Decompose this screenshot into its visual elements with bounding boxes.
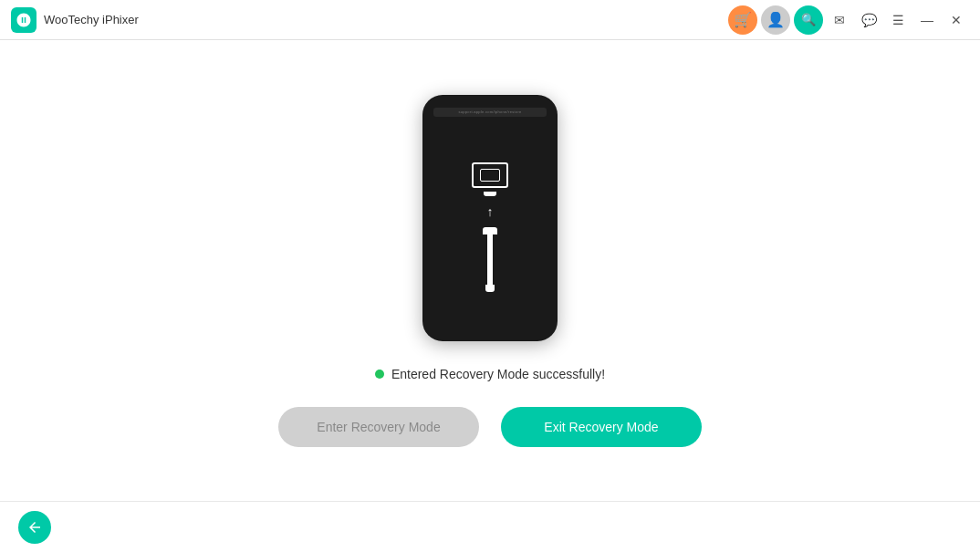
close-button[interactable]: ✕ (944, 7, 969, 33)
mail-icon[interactable]: ✉ (827, 7, 852, 33)
title-bar: WooTechy iPhixer 🛒 👤 🔍 ✉ 💬 ☰ — ✕ (0, 0, 980, 40)
phone-body-content: ↑ (472, 162, 508, 292)
title-bar-left: WooTechy iPhixer (11, 7, 139, 33)
exit-recovery-button[interactable]: Exit Recovery Mode (501, 407, 702, 447)
upgrade-icon[interactable]: 🔍 (794, 5, 823, 35)
user-icon[interactable]: 👤 (761, 5, 790, 35)
footer (0, 501, 980, 552)
arrow-up-icon: ↑ (487, 205, 494, 218)
logo-icon (16, 12, 32, 28)
back-arrow-icon (26, 519, 43, 536)
title-bar-right: 🛒 👤 🔍 ✉ 💬 ☰ — ✕ (728, 5, 969, 35)
app-title: WooTechy iPhixer (44, 13, 139, 26)
minimize-button[interactable]: — (914, 7, 940, 33)
chat-icon[interactable]: 💬 (856, 7, 881, 33)
cart-icon[interactable]: 🛒 (728, 5, 757, 35)
phone-illustration: support.apple.com/iphone/restore ↑ (422, 95, 558, 341)
screen-stand (484, 192, 496, 196)
enter-recovery-button[interactable]: Enter Recovery Mode (278, 407, 479, 447)
status-dot (375, 370, 384, 379)
buttons-row: Enter Recovery Mode Exit Recovery Mode (278, 407, 702, 447)
screen-inner (480, 169, 500, 182)
status-text: Entered Recovery Mode successfully! (391, 367, 605, 381)
menu-icon[interactable]: ☰ (885, 7, 911, 33)
status-row: Entered Recovery Mode successfully! (375, 367, 605, 381)
back-button[interactable] (18, 511, 51, 544)
recovery-screen-icon (472, 162, 508, 188)
cable-icon (483, 227, 497, 292)
phone-url-bar: support.apple.com/iphone/restore (433, 108, 547, 117)
main-content: support.apple.com/iphone/restore ↑ Enter… (0, 40, 980, 501)
app-logo (11, 7, 36, 33)
phone-url-text: support.apple.com/iphone/restore (458, 109, 521, 114)
